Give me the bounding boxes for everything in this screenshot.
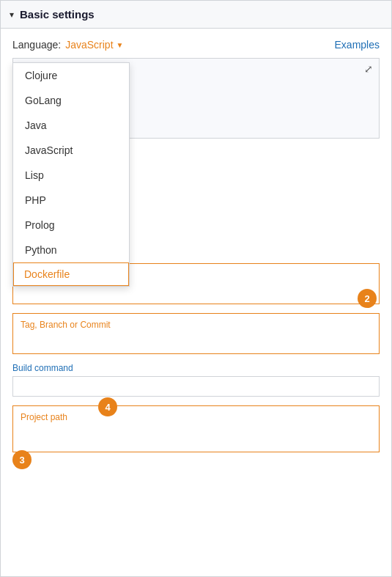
project-path-label: Project path bbox=[21, 412, 371, 422]
dropdown-item-python[interactable]: Python bbox=[13, 238, 129, 262]
dropdown-item-golang[interactable]: GoLang bbox=[13, 88, 129, 113]
language-select-button[interactable]: JavaScript ▼ bbox=[65, 39, 123, 51]
tag-branch-field-group: Tag, Branch or Commit bbox=[12, 313, 380, 354]
badge-3: 3 bbox=[12, 450, 32, 469]
expand-icon[interactable]: ⤢ bbox=[364, 63, 373, 75]
examples-link[interactable]: Examples bbox=[335, 39, 380, 51]
dropdown-item-php[interactable]: PHP bbox=[13, 188, 129, 213]
language-row: Language: JavaScript ▼ Examples bbox=[12, 39, 380, 51]
tag-branch-input[interactable] bbox=[21, 333, 371, 348]
dropdown-item-prolog[interactable]: Prolog bbox=[13, 213, 129, 238]
dropdown-item-dockerfile[interactable]: Dockerfile bbox=[13, 262, 129, 286]
language-label-group: Language: JavaScript ▼ bbox=[12, 39, 123, 51]
tag-branch-label: Tag, Branch or Commit bbox=[21, 320, 371, 330]
main-container: ▾ Basic settings Language: JavaScript ▼ … bbox=[0, 0, 392, 577]
project-path-field-group: Project path bbox=[12, 405, 380, 452]
section-header: ▾ Basic settings bbox=[1, 1, 391, 29]
dropdown-item-lisp[interactable]: Lisp bbox=[13, 163, 129, 188]
dropdown-menu: Clojure GoLang Java JavaScript Lisp PHP … bbox=[12, 62, 130, 287]
dropdown-arrow-icon: ▼ bbox=[117, 41, 124, 49]
badge-2: 2 bbox=[358, 289, 377, 308]
dropdown-item-java[interactable]: Java bbox=[13, 113, 129, 138]
badge-4: 4 bbox=[98, 397, 117, 416]
chevron-icon: ▾ bbox=[10, 10, 14, 20]
dropdown-item-clojure[interactable]: Clojure bbox=[13, 63, 129, 88]
project-path-input[interactable] bbox=[21, 425, 371, 446]
language-selected-value: JavaScript bbox=[65, 39, 113, 51]
language-label: Language: bbox=[12, 39, 61, 51]
build-command-input[interactable] bbox=[12, 376, 380, 397]
content-area: Language: JavaScript ▼ Examples ⤢ Clojur… bbox=[1, 29, 391, 463]
build-command-field-group: Build command bbox=[12, 363, 380, 397]
section-title: Basic settings bbox=[20, 8, 95, 21]
dropdown-item-javascript[interactable]: JavaScript bbox=[13, 138, 129, 163]
build-command-label: Build command bbox=[12, 363, 380, 373]
